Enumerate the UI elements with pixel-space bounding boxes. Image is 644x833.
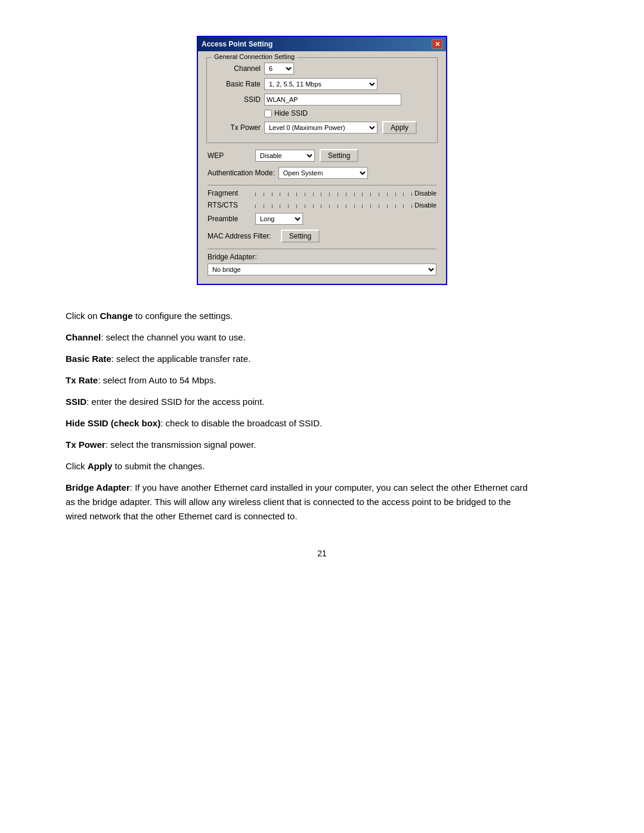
- auth-mode-label: Authentication Mode:: [208, 169, 275, 177]
- tick: [321, 193, 321, 196]
- basic-rate-heading: Basic Rate: [66, 354, 112, 364]
- auth-mode-select[interactable]: Open System Shared Key: [278, 167, 368, 179]
- tick: [255, 193, 256, 196]
- preamble-select[interactable]: Long Short: [255, 213, 303, 225]
- fragment-row: Fragment: [208, 189, 436, 197]
- access-point-dialog: Access Point Setting ✕ General Connectio…: [197, 36, 447, 285]
- tx-power-select[interactable]: Level 0 (Maximum Power) Level 1 Level 2: [264, 122, 377, 134]
- divider-1: [208, 185, 436, 185]
- hide-ssid-label: Hide SSID: [274, 109, 308, 117]
- tick: [264, 205, 264, 208]
- tick: [395, 193, 396, 196]
- channel-select[interactable]: 6 12345 7891011: [264, 63, 294, 75]
- preamble-label: Preamble: [208, 215, 255, 223]
- tick: [354, 193, 355, 196]
- basic-rate-select[interactable]: 1, 2, 5.5, 11 Mbps 1, 2 Mbps: [264, 78, 377, 90]
- basic-rate-label: Basic Rate: [213, 80, 261, 88]
- page-content: Access Point Setting ✕ General Connectio…: [66, 36, 578, 558]
- divider-2: [208, 249, 436, 249]
- mac-filter-row: MAC Address Filter: Setting: [208, 230, 436, 243]
- tick: [362, 205, 363, 208]
- tick: [411, 193, 412, 196]
- tick: [354, 205, 355, 208]
- para-tx-power: Tx Power: select the transmission signal…: [66, 438, 531, 452]
- auth-mode-row: Authentication Mode: Open System Shared …: [208, 167, 436, 179]
- para-hide-ssid: Hide SSID (check box): check to disable …: [66, 416, 531, 431]
- mac-filter-setting-button[interactable]: Setting: [281, 230, 320, 243]
- tick: [329, 193, 330, 196]
- channel-text: : select the channel you want to use.: [101, 332, 246, 342]
- channel-heading: Channel: [66, 332, 101, 342]
- wep-setting-button[interactable]: Setting: [320, 149, 358, 162]
- bridge-heading: Bridge Adapter: [66, 482, 130, 493]
- apply-button[interactable]: Apply: [382, 121, 417, 134]
- bridge-adapter-section: Bridge Adapter: No bridge: [208, 253, 436, 275]
- tick: [379, 205, 379, 208]
- ssid-row: SSID: [213, 94, 431, 106]
- para-ssid: SSID: enter the desired SSID for the acc…: [66, 395, 531, 409]
- tick: [370, 205, 371, 208]
- tick: [370, 193, 371, 196]
- hide-ssid-row: Hide SSID: [264, 109, 431, 117]
- general-connection-group: General Connection Setting Channel 6 123…: [206, 57, 438, 143]
- tick: [395, 205, 396, 208]
- fragment-label: Fragment: [208, 189, 255, 197]
- tx-power-text: : select the transmission signal power.: [106, 439, 256, 450]
- tick: [296, 205, 297, 208]
- fragment-slider-container: [255, 190, 412, 196]
- channel-row: Channel 6 12345 7891011: [213, 63, 431, 75]
- tick: [313, 205, 314, 208]
- dialog-close-button[interactable]: ✕: [432, 39, 442, 49]
- tick: [403, 205, 404, 208]
- tick: [296, 193, 297, 196]
- bridge-adapter-select[interactable]: No bridge: [208, 264, 436, 275]
- wep-label: WEP: [208, 151, 255, 160]
- ssid-input[interactable]: [264, 94, 401, 106]
- tick: [346, 193, 346, 196]
- dialog-body: General Connection Setting Channel 6 123…: [198, 51, 446, 284]
- preamble-row: Preamble Long Short: [208, 213, 436, 225]
- dialog-titlebar: Access Point Setting ✕: [198, 37, 446, 51]
- tick: [338, 193, 338, 196]
- tick: [338, 205, 338, 208]
- tick: [362, 193, 363, 196]
- tx-power-heading: Tx Power: [66, 439, 106, 450]
- rts-slider-container: [255, 202, 412, 208]
- tick: [387, 205, 388, 208]
- para-channel: Channel: select the channel you want to …: [66, 330, 531, 345]
- tick: [305, 193, 305, 196]
- tick: [272, 205, 273, 208]
- tick: [305, 205, 305, 208]
- tx-rate-heading: Tx Rate: [66, 375, 98, 385]
- tick: [387, 193, 388, 196]
- fragment-end-label: Disable: [414, 190, 436, 197]
- para-change-text1: Click on: [66, 311, 100, 321]
- hide-ssid-checkbox[interactable]: [264, 110, 272, 117]
- apply-text1: Click: [66, 461, 88, 471]
- tick: [255, 205, 256, 208]
- body-text: Click on Change to configure the setting…: [66, 309, 531, 531]
- para-tx-rate: Tx Rate: select from Auto to 54 Mbps.: [66, 373, 531, 388]
- bridge-text: : If you have another Ethernet card inst…: [66, 482, 528, 521]
- para-change-text2: to configure the settings.: [133, 311, 233, 321]
- para-basic-rate: Basic Rate: select the applicable transf…: [66, 352, 531, 366]
- rts-end-label: Disable: [414, 202, 436, 209]
- tx-power-label: Tx Power: [213, 123, 261, 132]
- channel-label: Channel: [213, 64, 261, 73]
- tick: [280, 193, 280, 196]
- tick: [313, 193, 314, 196]
- hide-ssid-heading: Hide SSID (check box): [66, 418, 160, 428]
- basic-rate-row: Basic Rate 1, 2, 5.5, 11 Mbps 1, 2 Mbps: [213, 78, 431, 90]
- bridge-adapter-label: Bridge Adapter:: [208, 253, 436, 261]
- ssid-text: : enter the desired SSID for the access …: [86, 397, 265, 407]
- para-bridge: Bridge Adapter: If you have another Ethe…: [66, 481, 531, 524]
- tick: [280, 205, 280, 208]
- rts-row: RTS/CTS: [208, 201, 436, 209]
- rts-ticks: [255, 202, 412, 208]
- rts-label: RTS/CTS: [208, 201, 255, 209]
- wep-select[interactable]: Disable 64-bit 128-bit: [255, 150, 315, 162]
- tick: [379, 193, 379, 196]
- tick: [403, 193, 404, 196]
- tx-rate-text: : select from Auto to 54 Mbps.: [98, 375, 216, 385]
- ssid-heading: SSID: [66, 397, 86, 407]
